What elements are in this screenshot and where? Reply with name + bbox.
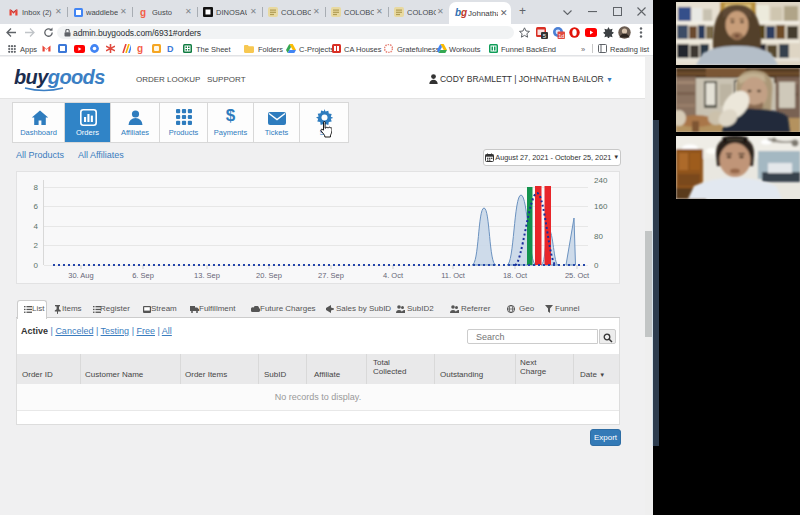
svg-text:240: 240 (594, 176, 608, 185)
svg-text:25. Oct: 25. Oct (565, 271, 590, 280)
svg-text:1d: 1d (558, 32, 564, 38)
svg-text:27. Sep: 27. Sep (318, 271, 344, 280)
svg-text:11. Oct: 11. Oct (441, 271, 466, 280)
svg-text:20. Sep: 20. Sep (256, 271, 282, 280)
svg-text:30. Aug: 30. Aug (68, 271, 93, 280)
svg-text:2: 2 (34, 241, 39, 250)
svg-text:18. Oct: 18. Oct (503, 271, 528, 280)
svg-text:160: 160 (594, 202, 608, 211)
svg-text:80: 80 (594, 232, 603, 241)
svg-text:4: 4 (34, 222, 39, 231)
svg-text:13. Sep: 13. Sep (194, 271, 220, 280)
svg-text:6: 6 (34, 202, 39, 211)
svg-text:0: 0 (34, 261, 39, 270)
svg-text:6. Sep: 6. Sep (132, 271, 154, 280)
svg-text:4. Oct: 4. Oct (383, 271, 404, 280)
svg-text:0: 0 (594, 261, 599, 270)
svg-text:8: 8 (34, 183, 39, 192)
